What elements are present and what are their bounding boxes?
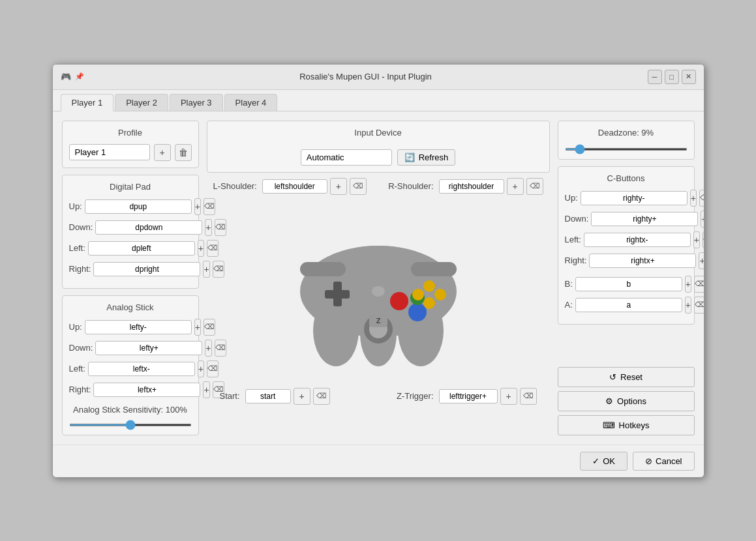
left-shoulder-add-button[interactable]: + [330,178,347,195]
cbtn-right-add-button[interactable]: + [699,252,704,269]
ztrigger-input[interactable] [439,389,498,403]
ztrigger-add-button[interactable]: + [500,388,517,405]
analog-left-input[interactable] [88,362,195,376]
controller-area: Z [207,200,550,383]
cbtn-left-row: Left: + ⌫ [565,231,688,248]
add-profile-button[interactable]: + [154,144,171,161]
ztrigger-clear-button[interactable]: ⌫ [520,388,537,405]
tabs-bar: Player 1 Player 2 Player 3 Player 4 [53,90,704,111]
dpad-right-label: Right: [69,264,91,274]
input-device-panel: Input Device Automatic Keyboard Gamepad … [207,121,550,173]
dpad-left-row: Left: + ⌫ [69,240,192,257]
maximize-button[interactable]: □ [665,70,679,84]
b-btn-input[interactable] [575,277,682,291]
tab-player3[interactable]: Player 3 [170,94,223,111]
tab-player4[interactable]: Player 4 [224,94,278,111]
cbtn-down-input[interactable] [591,212,698,226]
cbtn-right-row: Right: + ⌫ [565,252,688,269]
dpad-left-add-button[interactable]: + [198,240,204,257]
refresh-icon: 🔄 [404,153,415,162]
ok-button[interactable]: ✓ OK [580,452,627,471]
close-button[interactable]: ✕ [682,70,696,84]
delete-profile-button[interactable]: 🗑 [175,144,192,161]
input-device-title: Input Device [354,128,401,138]
dpad-right-input[interactable] [93,262,200,276]
profile-row: Player 1 Player 2 Default + 🗑 [69,144,192,161]
analog-stick-panel: Analog Stick Up: + ⌫ Down: + ⌫ Left: + [62,295,199,435]
right-shoulder-input[interactable] [439,179,504,194]
cbtn-down-label: Down: [565,214,589,224]
svg-rect-6 [411,262,457,276]
start-clear-button[interactable]: ⌫ [313,388,330,405]
cancel-button[interactable]: ⊘ Cancel [633,452,694,471]
b-btn-add-button[interactable]: + [685,276,691,293]
cbtn-down-add-button[interactable]: + [701,211,704,227]
pin-icon: 📌 [75,72,84,81]
a-btn-input[interactable] [575,298,682,312]
analog-up-add-button[interactable]: + [194,319,201,336]
profile-panel: Profile Player 1 Player 2 Default + 🗑 [62,121,199,168]
profile-select[interactable]: Player 1 Player 2 Default [69,144,150,160]
sensitivity-section: Analog Stick Sensitivity: 100% [69,405,192,428]
cancel-label: Cancel [656,456,682,466]
cancel-icon: ⊘ [645,456,652,466]
deadzone-slider[interactable] [565,148,688,151]
profile-title: Profile [69,128,192,138]
analog-right-input[interactable] [93,383,200,397]
analog-up-row: Up: + ⌫ [69,319,192,336]
dpad-left-input[interactable] [88,241,195,256]
start-input[interactable] [245,389,291,403]
cbtn-up-clear-button[interactable]: ⌫ [699,190,704,207]
cbtn-right-input[interactable] [589,254,696,268]
a-btn-label: A: [565,300,573,310]
ok-label: OK [603,456,615,466]
analog-up-input[interactable] [85,320,192,334]
start-add-button[interactable]: + [294,388,310,405]
right-shoulder-clear-button[interactable]: ⌫ [526,178,543,195]
input-device-select[interactable]: Automatic Keyboard Gamepad 1 [301,149,392,166]
svg-point-14 [390,292,408,310]
hotkeys-button[interactable]: ⌨ Hotkeys [558,415,695,435]
dpad-down-row: Down: + ⌫ [69,219,192,236]
cbtn-right-label: Right: [565,256,587,265]
right-shoulder-add-button[interactable]: + [507,178,524,195]
hotkeys-icon: ⌨ [603,420,615,430]
cbtn-up-label: Up: [565,193,578,203]
main-content: Profile Player 1 Player 2 Default + 🗑 Di… [53,111,704,445]
cbtn-left-input[interactable] [584,233,691,247]
a-btn-clear-button[interactable]: ⌫ [694,297,704,314]
dpad-down-input[interactable] [95,220,202,235]
reset-label: Reset [620,372,643,382]
refresh-button[interactable]: 🔄 Refresh [397,149,456,166]
analog-down-input[interactable] [95,341,202,355]
options-button[interactable]: ⚙ Options [558,391,695,411]
reset-button[interactable]: ↺ Reset [558,367,695,387]
tab-player2[interactable]: Player 2 [115,94,168,111]
analog-left-add-button[interactable]: + [198,360,204,377]
tab-player1[interactable]: Player 1 [61,94,114,111]
cbtn-left-clear-button[interactable]: ⌫ [703,231,704,248]
left-shoulder-clear-button[interactable]: ⌫ [350,178,367,195]
options-icon: ⚙ [605,396,613,406]
dpad-up-input[interactable] [85,199,192,214]
a-btn-add-button[interactable]: + [685,297,691,314]
cbtn-up-add-button[interactable]: + [690,190,697,207]
b-btn-clear-button[interactable]: ⌫ [694,276,704,293]
cbtn-up-row: Up: + ⌫ [565,190,688,207]
right-column: Deadzone: 9% C-Buttons Up: + ⌫ Down: + ⌫ [558,121,695,435]
dpad-up-label: Up: [69,201,82,211]
left-shoulder-label: L-Shoulder: [213,181,257,191]
cbtn-left-add-button[interactable]: + [693,231,700,248]
action-buttons: ↺ Reset ⚙ Options ⌨ Hotkeys [558,367,695,435]
minimize-button[interactable]: ─ [648,70,662,84]
sensitivity-label: Analog Stick Sensitivity: 100% [69,405,192,415]
left-shoulder-input[interactable] [262,179,327,194]
hotkeys-label: Hotkeys [619,420,650,430]
cbtn-up-input[interactable] [581,191,688,205]
svg-point-20 [372,286,385,297]
dpad-up-add-button[interactable]: + [194,198,201,215]
left-column: Profile Player 1 Player 2 Default + 🗑 Di… [62,121,199,435]
sensitivity-slider[interactable] [69,424,192,426]
window-title: Rosalie's Mupen GUI - Input Plugin [84,72,648,81]
analog-left-label: Left: [69,364,85,373]
